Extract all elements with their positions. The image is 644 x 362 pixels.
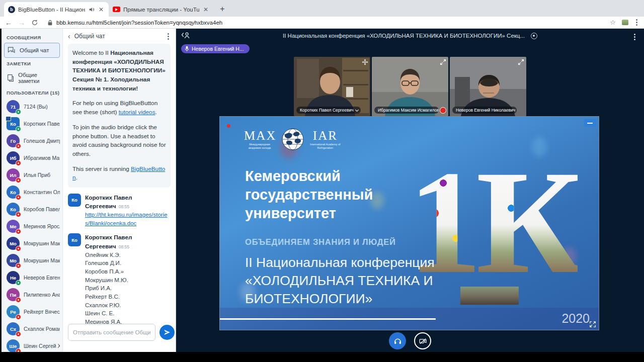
avatar: Ил [7,168,20,182]
browser-menu-icon[interactable] [634,18,639,27]
roster-line: Коробов П.А.» [85,267,171,276]
minimize-presentation-button[interactable] [584,119,596,127]
avatar: Ше [7,339,20,352]
user-status-badge [16,177,21,183]
audio-join-button[interactable] [389,332,406,349]
talking-user-name: Неверов Евгений Н... [192,46,244,52]
tab-close-icon[interactable]: ✕ [202,6,209,13]
extension-icon[interactable] [622,20,628,25]
user-name: Мокрушин Максим [24,240,60,246]
roster-line: Шеин С. Е. [85,309,171,318]
tab-strip: b BigBlueButton - II Национа ✕ Прямые тр… [0,0,644,17]
user-list-item[interactable]: Ко Коротких Павел С... [4,115,60,132]
user-list-item[interactable]: Мо Мокрушин Максим [4,235,60,252]
meeting-header: II Национальная конференция «ХОЛОДИЛЬНАЯ… [176,29,644,43]
lock-icon [47,20,53,26]
message-time: 08:55 [119,204,129,209]
bigbluebutton-app: СООБЩЕНИЯ Общий чат ЗАМЕТКИ Общие заметк… [0,29,644,352]
avatar: Иб [7,151,20,164]
users-section-label: ПОЛЬЗОВАТЕЛИ (15) [7,90,60,96]
talking-indicator[interactable]: Неверов Евгений Н... [181,44,250,53]
webcam-share-button[interactable] [414,332,431,349]
user-name: Илья Приб [24,172,50,178]
tab-close-icon[interactable]: ✕ [98,6,105,13]
avatar: Пи [7,288,20,301]
tab-audio-icon[interactable] [89,7,95,13]
sidebar-item-shared-notes[interactable]: Общие заметки [4,69,60,87]
tutorial-videos-link[interactable]: tutorial videos [119,109,155,116]
user-status-badge [16,229,21,234]
webcam-korotkikh[interactable]: Коротких Павел Сергеевич [294,57,370,116]
presentation-slide[interactable]: 1К MAX Международная академия холода IAR [220,117,599,330]
user-list-item[interactable]: Ко Коробов Павел [4,201,60,218]
expand-icon[interactable] [518,59,524,65]
send-message-button[interactable] [159,325,175,340]
roster-line: Приб И.А. [85,284,171,293]
user-status-badge [16,109,21,115]
user-list-item[interactable]: Мо Мокрушин Максим к [4,252,60,269]
options-menu-icon[interactable] [632,32,637,42]
bigbluebutton-favicon: b [8,6,15,13]
notes-section-label: ЗАМЕТКИ [7,61,60,66]
welcome-paragraph: This server is running BigBlueButton. [72,165,166,183]
fullscreen-icon[interactable] [589,321,596,328]
move-icon[interactable] [362,59,368,65]
tab-bigbluebutton[interactable]: b BigBlueButton - II Национа ✕ [4,2,109,17]
user-status-badge [16,314,21,320]
logo-subtext-en: International Academy of Refrigeration [309,143,341,150]
webcam-name-pill[interactable]: Ибрагимов Максим Исмагилович [374,107,439,114]
chat-message-input[interactable] [68,324,155,341]
forward-icon[interactable]: → [18,19,25,26]
chat-back-icon[interactable]: ‹ [68,32,70,40]
user-list-item[interactable]: Ше Шеин Сергей ХМм... [4,337,60,352]
bookmark-star-icon[interactable]: ☆ [610,19,616,26]
user-list-item[interactable]: Ко Константин Олейн... [4,184,60,201]
message-link[interactable]: http://tht.kemsu.ru/images/stories/Blank… [85,212,168,226]
user-list-item[interactable]: Пи Пилипенко Анатол... [4,286,60,303]
user-status-badge [16,263,21,268]
user-list-item[interactable]: Го Голешов Дмитрий [4,132,60,149]
welcome-paragraph: To join the audio bridge click the phone… [72,123,166,159]
avatar: Ко [7,186,20,199]
new-tab-button[interactable]: + [216,3,228,15]
chat-header: ‹ Общий чат [68,29,171,44]
user-list-item[interactable]: Иб Ибрагимов Макси... [4,149,60,166]
user-list-item[interactable]: Ил Илья Приб [4,166,60,184]
welcome-paragraph: Welcome to II Национальная конференция «… [72,49,166,93]
chat-bubbles-icon [7,46,16,54]
user-list-item[interactable]: Сх Схаплок Роман [4,320,60,337]
roster-line: Рейхерт В.С. [85,293,171,301]
action-bar [176,332,644,349]
sidebar-item-public-chat[interactable]: Общий чат [4,43,60,58]
logo-subtext-ru: Международная академия холода [244,143,275,150]
user-status-badge [16,280,21,286]
webcam-ibragimov[interactable]: Ибрагимов Максим Исмагилович [372,57,448,116]
user-name: Константин Олейн... [24,189,60,195]
chat-input-row [68,324,171,341]
webcam-neverov[interactable]: Неверов Евгений Николаевич [450,57,526,116]
slide-bottom-line [220,318,436,320]
user-list-item[interactable]: Ме Меринов Ярослав ... [4,218,60,235]
chat-options-icon[interactable] [166,32,171,41]
avatar: Не [7,271,20,284]
sidebar-nav: СООБЩЕНИЯ Общий чат ЗАМЕТКИ Общие заметк… [2,29,63,352]
logo-text-max: MAX [244,129,276,143]
expand-icon[interactable] [440,59,446,65]
reload-icon[interactable] [31,19,38,26]
webcam-name-pill[interactable]: Неверов Евгений Николаевич [452,107,517,114]
browser-chrome: b BigBlueButton - II Национа ✕ Прямые тр… [0,0,644,29]
tab-youtube[interactable]: Прямые трансляции - YouTube ✕ [109,2,213,17]
record-indicator-icon[interactable] [531,33,537,39]
user-list-item[interactable]: Не Неверов Евгений ... [4,269,60,286]
avatar: Го [7,134,20,147]
user-list-item[interactable]: Ре Рейхерт Вячеслав [4,303,60,320]
chevron-down-icon [355,108,359,111]
user-name: Коробов Павел [24,206,60,212]
webcam-name-pill[interactable]: Коротких Павел Сергеевич [296,107,361,114]
back-icon[interactable]: ← [5,19,12,26]
address-bar[interactable]: bbb.kemsu.ru/html5client/join?sessionTok… [44,20,604,26]
muted-badge-icon [440,107,446,114]
tab-title: Прямые трансляции - YouTube [123,7,199,13]
user-list-item[interactable]: 71 7124 (Вы) [4,98,60,115]
toggle-userlist-icon[interactable] [181,31,191,39]
